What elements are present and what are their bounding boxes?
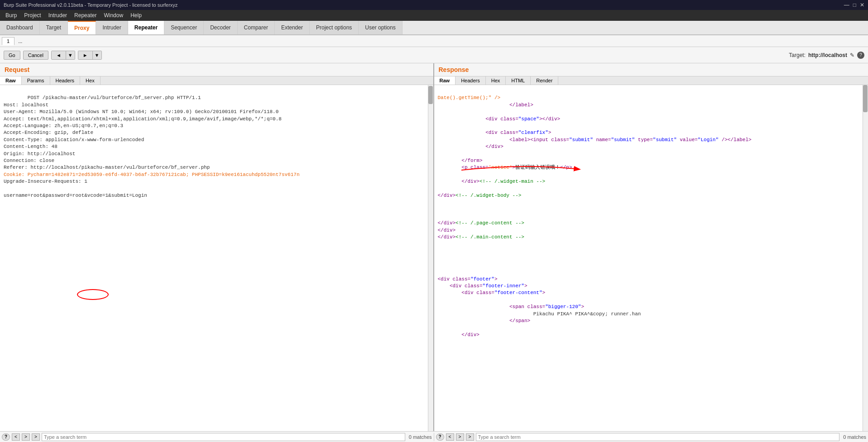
tab-decoder[interactable]: Decoder — [204, 21, 237, 34]
response-tab-html[interactable]: HTML — [506, 76, 531, 85]
request-text-line5: Accept-Language: zh,en-US;q=0.7,en;q=0.3 — [4, 123, 123, 128]
resp-line4: <div class="space"></div> — [438, 116, 561, 122]
close-btn[interactable]: ✕ — [860, 2, 864, 8]
resp-line6: <div class="clearfix"> — [438, 130, 551, 135]
repeater-tab-more[interactable]: ... — [15, 38, 25, 45]
request-body-params: username=root&password=root&vcode=1&subm… — [4, 193, 147, 198]
nav-back-group: ◄ ▼ — [51, 51, 75, 60]
resp-line13: </div><!-- /.widget-main --> — [438, 179, 546, 184]
main-content: Request Raw Params Headers Hex POST /pik… — [0, 63, 868, 431]
request-tab-headers[interactable]: Headers — [50, 76, 81, 85]
target-url: http://localhost — [808, 52, 847, 58]
tab-sequencer[interactable]: Sequencer — [164, 21, 204, 34]
menu-intruder[interactable]: Intruder — [45, 11, 71, 19]
request-text-line8: Content-Length: 48 — [4, 144, 58, 149]
request-panel-title: Request — [0, 63, 433, 76]
resp-line15: </div><!-- /.widget-body --> — [438, 193, 522, 198]
request-text-line10: Connection: close — [4, 158, 54, 163]
response-tabs: Raw Headers Hex HTML Render — [434, 76, 868, 85]
resp-line32: Pikachu PIKA^ PIKA^&copy; runner.han — [438, 311, 641, 317]
tab-target[interactable]: Target — [40, 21, 68, 34]
menubar: Burp Project Intruder Repeater Window He… — [0, 10, 868, 21]
menu-window[interactable]: Window — [100, 11, 127, 19]
cancel-button[interactable]: Cancel — [23, 51, 48, 60]
nav-back-button[interactable]: ◄ — [52, 51, 66, 59]
request-text-line11: Referer: http://localhost/pikachu-master… — [4, 165, 210, 170]
menu-repeater[interactable]: Repeater — [71, 11, 100, 19]
request-tabs: Raw Params Headers Hex — [0, 76, 433, 85]
resp-line19: </div><!-- /.page-content --> — [438, 220, 524, 226]
tab-dashboard[interactable]: Dashboard — [0, 21, 40, 34]
left-next2-button[interactable]: > — [32, 433, 40, 441]
resp-line8: </div> — [438, 144, 504, 149]
tab-project-options[interactable]: Project options — [310, 21, 359, 34]
resp-line29: <div class="footer-content"> — [438, 290, 546, 295]
resp-line7: <label><input class="submit" name="submi… — [438, 137, 752, 143]
edit-target-icon[interactable]: ✎ — [850, 52, 854, 58]
request-tab-raw[interactable]: Raw — [0, 76, 22, 85]
nav-forward-button[interactable]: ► — [78, 51, 93, 59]
resp-line1: Date().getTime();" /> — [438, 95, 501, 100]
request-text-line7: Content-Type: application/x-www-form-url… — [4, 137, 144, 143]
request-tab-hex[interactable]: Hex — [80, 76, 101, 85]
maximize-btn[interactable]: □ — [853, 2, 856, 8]
tabbar: Dashboard Target Proxy Intruder Repeater… — [0, 21, 868, 35]
left-prev-button[interactable]: < — [12, 433, 20, 441]
response-tab-hex[interactable]: Hex — [486, 76, 506, 85]
menu-project[interactable]: Project — [20, 11, 44, 19]
request-text-line13: Upgrade-Insecure-Requests: 1 — [4, 179, 87, 184]
response-panel: Response Raw Headers Hex HTML Render Dat… — [434, 63, 868, 431]
titlebar: Burp Suite Professional v2.0.11beta - Te… — [0, 0, 868, 10]
request-scrollbar[interactable] — [428, 85, 433, 431]
minimize-btn[interactable]: — — [844, 2, 849, 8]
tab-comparer[interactable]: Comparer — [238, 21, 275, 34]
response-scrollbar[interactable] — [863, 85, 868, 431]
resp-line2: </label> — [438, 102, 533, 108]
target-label: Target: — [789, 52, 806, 58]
target-help-icon[interactable]: ? — [857, 52, 864, 59]
resp-line35: </div> — [438, 332, 480, 337]
tab-user-options[interactable]: User options — [359, 21, 402, 34]
repeater-tab-row: 1 ... — [0, 35, 868, 47]
resp-line11: <p class='notice'>验证码输入错误哦！</p> — [438, 165, 572, 170]
request-text-line3: User-Agent: Mozilla/5.0 (Windows NT 10.0… — [4, 109, 278, 114]
right-next-button[interactable]: > — [456, 433, 464, 441]
right-next2-button[interactable]: > — [466, 433, 474, 441]
response-tab-headers[interactable]: Headers — [456, 76, 486, 85]
response-content[interactable]: Date().getTime();" /> </label> <div clas… — [434, 85, 868, 431]
response-tab-render[interactable]: Render — [531, 76, 558, 85]
response-tab-raw[interactable]: Raw — [434, 76, 456, 85]
request-tab-params[interactable]: Params — [22, 76, 50, 85]
right-prev-button[interactable]: < — [446, 433, 454, 441]
left-matches: 0 matches — [409, 434, 432, 440]
menu-burp[interactable]: Burp — [2, 11, 20, 19]
statusbar-left: ? < > > 0 matches — [0, 433, 434, 441]
tab-proxy[interactable]: Proxy — [68, 21, 96, 34]
tab-extender[interactable]: Extender — [275, 21, 310, 34]
resp-line10: </form> — [438, 158, 483, 163]
request-text-line1: POST /pikachu-master/vul/burteforce/bf_s… — [28, 95, 201, 100]
go-button[interactable]: Go — [4, 51, 20, 60]
left-search-input[interactable] — [42, 433, 405, 441]
resp-line20: </div> — [438, 228, 456, 233]
resp-line31: <span class="bigger-120"> — [438, 304, 584, 309]
toolbar: Go Cancel ◄ ▼ ► ▼ Target: http://localho… — [0, 47, 868, 63]
tab-intruder[interactable]: Intruder — [96, 21, 128, 34]
request-text-line9: Origin: http://localhost — [4, 151, 75, 157]
repeater-tab-1[interactable]: 1 — [2, 37, 14, 45]
tab-repeater[interactable]: Repeater — [128, 21, 164, 34]
request-body: POST /pikachu-master/vul/burteforce/bf_s… — [0, 85, 433, 209]
left-help-button[interactable]: ? — [2, 433, 10, 441]
nav-forward-dropdown[interactable]: ▼ — [93, 51, 101, 59]
nav-back-dropdown[interactable]: ▼ — [66, 51, 75, 59]
right-search-input[interactable] — [476, 433, 840, 441]
right-help-button[interactable]: ? — [436, 433, 444, 441]
title-text: Burp Suite Professional v2.0.11beta - Te… — [4, 2, 177, 8]
nav-forward-group: ► ▼ — [78, 51, 102, 60]
resp-line27: <div class="footer"> — [438, 276, 498, 282]
response-scroll-thumb — [863, 85, 868, 112]
request-content[interactable]: POST /pikachu-master/vul/burteforce/bf_s… — [0, 85, 433, 431]
request-text-cookie: Cookie: Pycharm=1482e871=2ed53059-e6fd-4… — [4, 172, 300, 177]
menu-help[interactable]: Help — [127, 11, 145, 19]
left-next-button[interactable]: > — [22, 433, 30, 441]
